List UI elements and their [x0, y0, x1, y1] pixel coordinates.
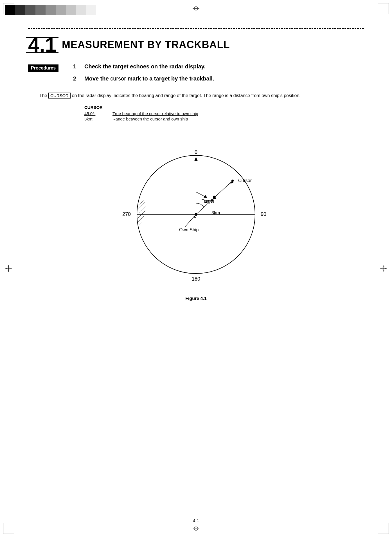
procedures-row: Procedures 1 Check the target echoes on …	[28, 63, 364, 88]
description-text: The CURSOR on the radar display indicate…	[39, 92, 364, 99]
cursor-box: CURSOR	[48, 93, 71, 99]
svg-line-14	[138, 222, 143, 226]
section-title: MEASUREMENT BY TRACKBALL	[62, 39, 230, 51]
procedures-badge: Procedures	[28, 64, 58, 72]
page-content: 4.1 MEASUREMENT BY TRACKBALL Procedures …	[28, 28, 364, 307]
svg-text:Own Ship: Own Ship	[179, 227, 199, 232]
svg-line-17	[238, 264, 243, 270]
svg-text:3km: 3km	[211, 211, 220, 215]
desc-post: on the radar display indicates the beari…	[71, 93, 301, 98]
svg-line-24	[185, 216, 195, 227]
svg-line-21	[227, 266, 233, 272]
svg-text:Cursor: Cursor	[238, 178, 252, 183]
procedures-badge-col: Procedures	[28, 63, 73, 72]
bar-block-8	[76, 5, 86, 15]
cursor-info-table: 45.0°: True bearing of the cursor relati…	[84, 111, 198, 122]
cursor-info-label-1: 45.0°:	[84, 111, 107, 116]
svg-line-19	[248, 265, 252, 268]
cursor-info-label-2: 3km:	[84, 116, 107, 122]
svg-line-18	[234, 265, 240, 271]
svg-text:45°: 45°	[205, 200, 211, 204]
crosshair-top	[193, 5, 199, 12]
section-number: 4.1	[28, 35, 56, 55]
crosshair-right	[380, 265, 387, 272]
corner-mark-tr	[378, 3, 389, 14]
cursor-info-row-2: 3km: Range between the cursor and own sh…	[84, 116, 198, 122]
bar-block-2	[15, 5, 25, 15]
svg-line-16	[244, 265, 250, 270]
svg-marker-38	[194, 157, 198, 161]
step-2: 2 Move the cursor mark to a target by th…	[73, 75, 364, 82]
crosshair-bottom	[193, 525, 199, 532]
cursor-info-title: CURSOR	[84, 105, 364, 110]
bar-block-4	[35, 5, 46, 15]
svg-text:90: 90	[261, 211, 266, 217]
svg-line-20	[231, 266, 236, 272]
section-header: 4.1 MEASUREMENT BY TRACKBALL	[28, 35, 364, 55]
steps-col: 1 Check the target echoes on the radar d…	[73, 63, 364, 88]
radar-svg: 0 180 90 270	[112, 127, 280, 290]
figure-caption: Figure 4.1	[28, 296, 364, 301]
bar-block-1	[5, 5, 15, 15]
svg-text:0: 0	[195, 149, 197, 155]
crosshair-left	[5, 265, 12, 272]
step-1-number: 1	[73, 63, 84, 70]
step-2-number: 2	[73, 75, 84, 82]
bar-block-6	[56, 5, 66, 15]
corner-mark-br	[378, 523, 389, 534]
svg-text:180: 180	[192, 276, 200, 282]
corner-mark-bl	[3, 523, 14, 534]
bar-block-7	[66, 5, 76, 15]
cursor-info-value-2: Range between the cursor and own ship	[112, 116, 198, 122]
svg-text:270: 270	[122, 211, 131, 217]
svg-line-10	[137, 202, 145, 210]
page-number: 4-1	[193, 518, 199, 523]
cursor-info-value-1: True bearing of the cursor relative to o…	[112, 111, 198, 116]
step-1: 1 Check the target echoes on the radar d…	[73, 63, 364, 70]
step-1-text: Check the target echoes on the radar dis…	[84, 63, 206, 70]
radar-diagram: 0 180 90 270	[28, 127, 364, 290]
svg-line-13	[137, 216, 144, 223]
cursor-info: CURSOR 45.0°: True bearing of the cursor…	[84, 105, 364, 122]
bar-block-9	[86, 5, 96, 15]
desc-pre: The	[39, 93, 48, 98]
svg-line-15	[241, 262, 247, 268]
step-2-text: Move the cursor mark to a target by the …	[84, 75, 214, 82]
dashed-separator	[28, 28, 364, 29]
bar-block-5	[46, 5, 56, 15]
svg-line-11	[137, 206, 146, 214]
grayscale-bar	[5, 5, 96, 15]
svg-line-36	[196, 192, 206, 197]
bar-block-3	[25, 5, 35, 15]
cursor-info-row-1: 45.0°: True bearing of the cursor relati…	[84, 111, 198, 116]
